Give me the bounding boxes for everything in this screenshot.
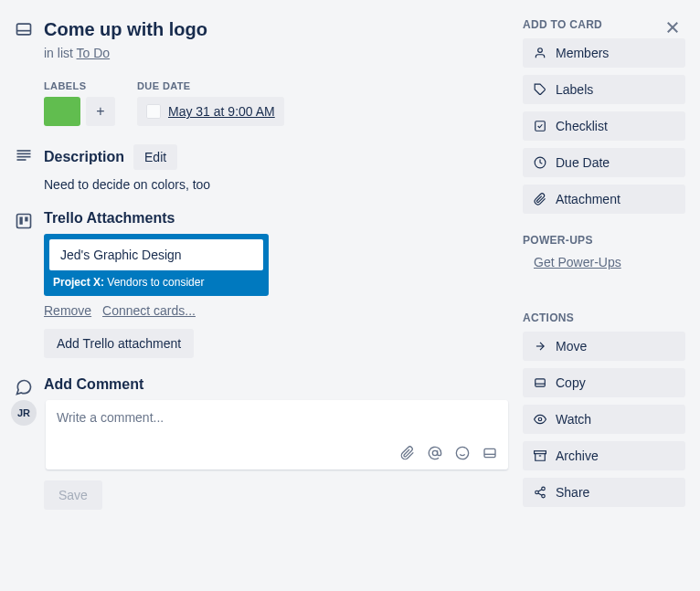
svg-rect-25 (535, 451, 546, 454)
label-green[interactable] (44, 97, 80, 126)
power-ups-heading: POWER-UPS (523, 234, 685, 247)
copy-icon (534, 376, 546, 389)
arrow-right-icon (534, 340, 546, 353)
actions-heading: ACTIONS (523, 311, 685, 324)
sidebar-item-label: Watch (556, 412, 591, 427)
due-date-button[interactable]: Due Date (523, 148, 685, 177)
save-comment-button[interactable]: Save (44, 480, 102, 510)
attachment-card[interactable]: Jed's Graphic Design Project X: Vendors … (44, 234, 269, 296)
remove-attachment-link[interactable]: Remove (44, 303, 91, 318)
svg-rect-9 (19, 216, 22, 224)
edit-description-button[interactable]: Edit (133, 144, 177, 170)
svg-rect-10 (25, 216, 27, 221)
attachment-subtitle: Project X: Vendors to consider (49, 276, 263, 290)
sidebar-item-label: Share (556, 485, 589, 500)
due-date-chip[interactable]: May 31 at 9:00 AM (137, 97, 284, 126)
svg-point-11 (432, 450, 437, 455)
svg-point-17 (538, 48, 543, 53)
due-date-value: May 31 at 9:00 AM (168, 104, 275, 119)
description-heading: Description (44, 149, 124, 165)
svg-rect-15 (484, 449, 495, 457)
user-avatar[interactable]: JR (11, 400, 37, 426)
watch-button[interactable]: Watch (523, 405, 685, 434)
svg-point-29 (542, 494, 546, 498)
sidebar-item-label: Checklist (556, 119, 608, 133)
sidebar-item-label: Members (556, 46, 609, 60)
svg-rect-4 (17, 150, 31, 152)
add-trello-attachment-button[interactable]: Add Trello attachment (44, 329, 194, 358)
archive-icon (534, 449, 546, 462)
svg-point-27 (542, 487, 546, 491)
add-comment-heading: Add Comment (44, 376, 143, 393)
svg-rect-19 (536, 121, 546, 132)
clock-icon (534, 156, 546, 169)
sidebar-item-label: Archive (556, 449, 599, 463)
share-icon (534, 486, 546, 499)
sidebar-item-label: Attachment (556, 192, 620, 206)
paperclip-icon (534, 193, 546, 206)
move-button[interactable]: Move (523, 332, 685, 361)
svg-rect-2 (17, 24, 31, 35)
share-button[interactable]: Share (523, 478, 685, 507)
card-title[interactable]: Come up with logo (44, 18, 508, 40)
svg-rect-7 (17, 159, 27, 161)
description-text[interactable]: Need to decide on colors, too (44, 177, 508, 192)
attachment-icon[interactable] (400, 446, 415, 460)
add-label-button[interactable]: + (86, 97, 115, 126)
attachments-heading: Trello Attachments (44, 210, 175, 227)
comment-input[interactable] (57, 410, 497, 425)
comment-icon (15, 378, 33, 396)
due-date-checkbox[interactable] (146, 104, 161, 119)
trello-icon (15, 212, 33, 230)
list-link[interactable]: To Do (77, 46, 111, 60)
close-button[interactable] (660, 15, 685, 40)
svg-point-12 (456, 447, 468, 459)
checklist-button[interactable]: Checklist (523, 111, 685, 141)
in-list-prefix: in list (44, 46, 77, 60)
attachment-button[interactable]: Attachment (523, 185, 685, 214)
due-date-heading: DUE DATE (137, 80, 284, 91)
eye-icon (534, 413, 546, 426)
person-icon (534, 47, 546, 59)
members-button[interactable]: Members (523, 38, 685, 68)
attachment-title: Jed's Graphic Design (49, 239, 263, 270)
svg-rect-5 (17, 153, 31, 155)
in-list-text: in list To Do (44, 46, 508, 60)
emoji-icon[interactable] (455, 446, 470, 460)
description-icon (15, 146, 33, 164)
svg-line-31 (538, 490, 542, 491)
sidebar-item-label: Move (556, 339, 587, 354)
svg-rect-6 (17, 156, 31, 158)
sidebar-item-label: Due Date (556, 155, 610, 170)
connect-cards-link[interactable]: Connect cards... (102, 303, 196, 318)
svg-point-28 (536, 491, 539, 494)
sidebar-item-label: Labels (556, 82, 593, 97)
labels-button[interactable]: Labels (523, 75, 685, 104)
card-back-icon[interactable] (483, 446, 497, 460)
mention-icon[interactable] (428, 446, 442, 460)
svg-line-30 (538, 493, 542, 495)
checklist-icon (534, 120, 546, 132)
card-icon (15, 20, 33, 38)
comment-box[interactable] (46, 400, 508, 470)
labels-heading: LABELS (44, 80, 115, 91)
svg-rect-8 (17, 215, 31, 228)
copy-button[interactable]: Copy (523, 368, 685, 397)
tag-icon (534, 83, 546, 96)
archive-button[interactable]: Archive (523, 441, 685, 470)
get-power-ups-link[interactable]: Get Power-Ups (534, 255, 621, 269)
svg-rect-22 (536, 379, 546, 386)
sidebar-item-label: Copy (556, 375, 586, 390)
svg-point-24 (538, 417, 542, 421)
